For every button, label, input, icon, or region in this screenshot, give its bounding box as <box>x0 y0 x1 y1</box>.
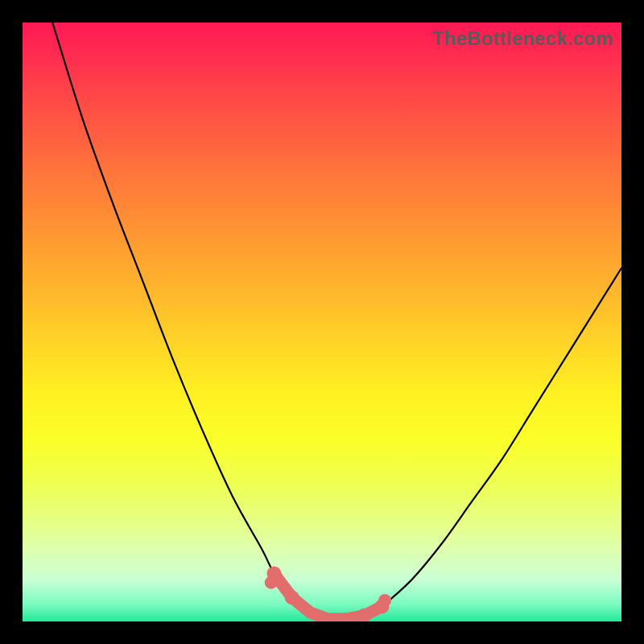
svg-point-5 <box>378 594 391 607</box>
flat-region-markers <box>265 566 391 621</box>
chart-frame: TheBottleneck.com <box>0 0 644 644</box>
curve-layer <box>23 23 621 621</box>
plot-area: TheBottleneck.com <box>23 23 621 621</box>
svg-point-1 <box>285 590 299 605</box>
svg-point-4 <box>265 576 278 589</box>
bottleneck-curve <box>52 23 621 620</box>
